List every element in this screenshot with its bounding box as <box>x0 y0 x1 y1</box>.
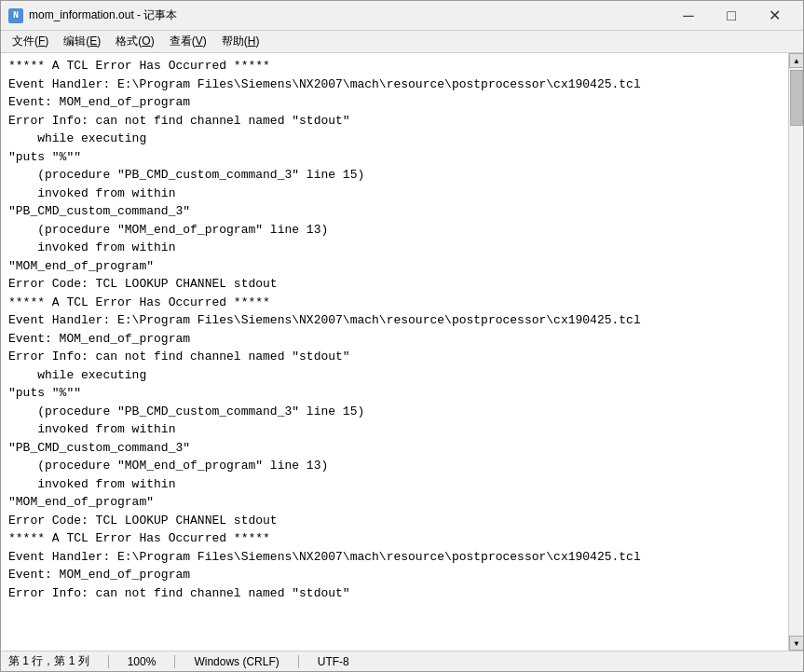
scroll-up-button[interactable]: ▲ <box>789 53 803 68</box>
scroll-thumb[interactable] <box>790 70 803 126</box>
separator-3 <box>298 655 299 668</box>
line-ending: Windows (CRLF) <box>194 655 279 668</box>
menu-view-label: 查看(V) <box>170 34 207 49</box>
menu-help[interactable]: 帮助(H) <box>214 32 267 52</box>
menu-file-label: 文件(F) <box>12 34 48 49</box>
close-button[interactable]: ✕ <box>753 1 796 31</box>
scroll-track-area[interactable] <box>789 68 803 636</box>
app-icon-letter: N <box>13 10 19 21</box>
encoding: UTF-8 <box>318 655 349 668</box>
window-controls: ─ □ ✕ <box>667 1 796 31</box>
separator-2 <box>174 655 175 668</box>
title-bar: N mom_information.out - 记事本 ─ □ ✕ <box>1 1 803 31</box>
window-title: mom_information.out - 记事本 <box>29 7 667 23</box>
menu-edit-label: 编辑(E) <box>63 34 101 49</box>
scroll-down-button[interactable]: ▼ <box>789 636 803 651</box>
menu-format-label: 格式(O) <box>116 34 154 49</box>
separator-1 <box>108 655 109 668</box>
menu-file[interactable]: 文件(F) <box>5 32 56 52</box>
menu-help-label: 帮助(H) <box>222 34 260 49</box>
menu-bar: 文件(F) 编辑(E) 格式(O) 查看(V) 帮助(H) <box>1 31 803 53</box>
content-wrapper: ***** A TCL Error Has Occurred ***** Eve… <box>1 53 803 651</box>
text-content[interactable]: ***** A TCL Error Has Occurred ***** Eve… <box>1 53 788 651</box>
maximize-button[interactable]: □ <box>710 1 753 31</box>
status-bar: 第 1 行，第 1 列 100% Windows (CRLF) UTF-8 <box>1 651 803 671</box>
zoom-level: 100% <box>128 655 157 668</box>
main-window: N mom_information.out - 记事本 ─ □ ✕ 文件(F) … <box>0 0 804 672</box>
menu-view[interactable]: 查看(V) <box>162 32 214 52</box>
app-icon: N <box>8 8 23 23</box>
vertical-scrollbar[interactable]: ▲ ▼ <box>788 53 803 651</box>
cursor-position: 第 1 行，第 1 列 <box>8 653 89 669</box>
menu-format[interactable]: 格式(O) <box>108 32 161 52</box>
menu-edit[interactable]: 编辑(E) <box>56 32 108 52</box>
minimize-button[interactable]: ─ <box>667 1 710 31</box>
